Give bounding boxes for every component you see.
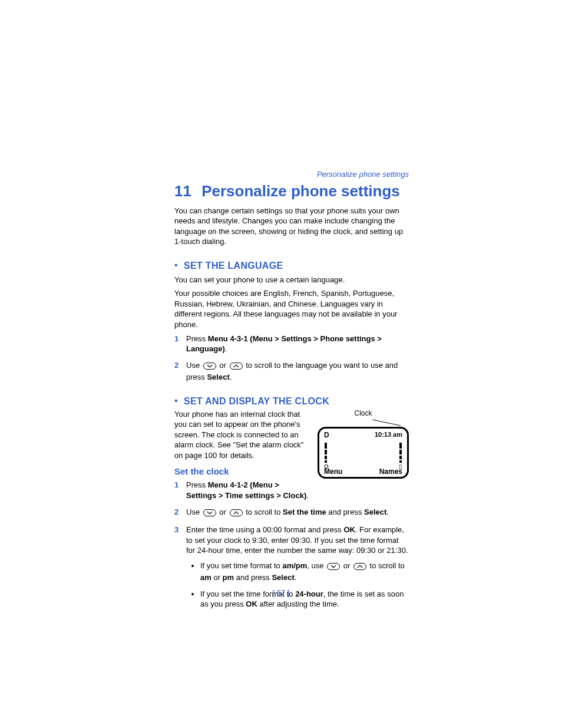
clock-step-2: 2 Use or to scroll to Set the time and p… <box>174 507 409 519</box>
text: or <box>219 361 228 370</box>
text: or <box>343 561 352 570</box>
text: , use <box>307 561 326 570</box>
up-key-icon <box>353 562 366 573</box>
menu-path: Menu 4-3-1 (Menu > Settings > Phone sett… <box>186 334 382 354</box>
text: or <box>211 573 223 582</box>
clock-step-3-substeps: If you set time format to am/pm, use or … <box>200 561 409 610</box>
svg-line-2 <box>372 420 401 426</box>
signal-label: D <box>324 431 329 439</box>
select-label: Select <box>364 508 386 516</box>
svg-rect-1 <box>230 363 242 369</box>
pm-label: pm <box>223 573 234 582</box>
step-number: 1 <box>174 334 178 344</box>
softkey-names: Names <box>379 467 402 476</box>
text: and press <box>326 508 364 516</box>
section-title-language: SET THE LANGUAGE <box>184 261 283 271</box>
lang-step-1: 1 Press Menu 4-3-1 (Menu > Settings > Ph… <box>174 334 409 354</box>
text: to scroll to <box>370 561 405 570</box>
step-number: 3 <box>174 525 178 535</box>
bullet-icon: • <box>174 260 178 270</box>
select-label: Select <box>272 573 294 582</box>
section-head-language: • SET THE LANGUAGE <box>174 260 409 271</box>
step-number: 2 <box>174 360 178 371</box>
bullet-icon: • <box>174 396 178 406</box>
lang-paragraph-2: Your possible choices are English, Frenc… <box>174 288 409 330</box>
text: Use <box>186 508 202 516</box>
text: or <box>219 508 228 516</box>
svg-rect-3 <box>203 509 216 516</box>
clock-step-1: 1 Press Menu 4-1-2 (Menu > Settings > Ti… <box>174 480 409 500</box>
text: . <box>230 373 232 381</box>
text: . <box>295 573 297 582</box>
ok-label: OK <box>246 599 257 608</box>
chapter-number: 11 <box>174 182 191 200</box>
svg-rect-4 <box>230 509 242 516</box>
lang-steps: 1 Press Menu 4-3-1 (Menu > Settings > Ph… <box>174 334 409 383</box>
down-key-icon <box>203 509 216 519</box>
text: to scroll to <box>246 508 283 516</box>
battery-bars-right-icon: ▯ <box>399 442 402 464</box>
up-key-icon <box>230 362 243 373</box>
section-title-clock: SET AND DISPLAY THE CLOCK <box>184 396 329 406</box>
up-key-icon <box>230 509 243 519</box>
substep-ampm: If you set time format to am/pm, use or … <box>200 561 409 583</box>
text: . <box>306 491 309 500</box>
lang-paragraph-1: You can set your phone to use a certain … <box>174 275 409 285</box>
clock-figure: Clock D 10:13 am Ϙ ▯ <box>318 409 409 479</box>
pointer-icon <box>318 419 409 427</box>
text: and press <box>234 573 272 582</box>
text: . <box>386 508 389 516</box>
select-label: Select <box>207 373 229 381</box>
set-the-time-label: Set the time <box>283 508 326 516</box>
ampm-label: am/pm <box>282 561 307 570</box>
text: after adjusting the time. <box>257 599 339 608</box>
text: If you set time format to <box>200 561 282 570</box>
lang-step-2: 2 Use or to scroll to the language you w… <box>174 360 409 383</box>
step-number: 2 <box>174 507 178 518</box>
down-key-icon <box>327 562 340 573</box>
section-head-clock: • SET AND DISPLAY THE CLOCK <box>174 396 409 407</box>
chapter-title-text: Personalize phone settings <box>201 182 400 200</box>
svg-rect-5 <box>328 563 340 569</box>
phone-screen: D 10:13 am Ϙ ▯ Menu Names <box>318 427 409 479</box>
clock-time: 10:13 am <box>375 431 402 439</box>
running-head: Personalize phone settings <box>317 170 409 179</box>
svg-rect-6 <box>353 563 366 569</box>
text: . <box>225 344 227 353</box>
text: Use <box>186 361 202 370</box>
am-label: am <box>200 573 211 582</box>
softkey-menu: Menu <box>324 467 342 476</box>
intro-paragraph: You can change certain settings so that … <box>174 206 409 247</box>
svg-rect-0 <box>203 363 216 369</box>
chapter-title: 11 Personalize phone settings <box>174 183 409 200</box>
text: Press <box>186 480 208 489</box>
down-key-icon <box>203 362 216 373</box>
clock-figure-label: Clock <box>318 409 409 417</box>
page: Personalize phone settings 11 Personaliz… <box>0 0 562 728</box>
text: Enter the time using a 00:00 format and … <box>186 525 343 534</box>
signal-bars-left-icon: Ϙ <box>324 442 328 464</box>
text: Press <box>186 334 208 343</box>
ok-label: OK <box>343 525 355 534</box>
page-number: [ 67 ] <box>0 588 562 597</box>
step-number: 1 <box>174 480 178 490</box>
